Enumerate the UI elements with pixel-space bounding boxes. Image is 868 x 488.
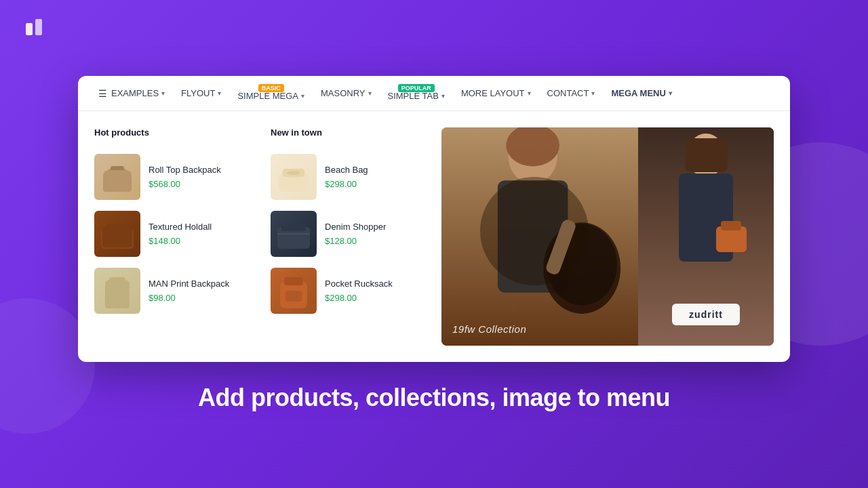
nav-flyout-label: FLYOUT — [181, 88, 215, 98]
product-info: Denim Shopper $128.00 — [325, 222, 386, 246]
list-item[interactable]: MAN Print Backpack $98.00 — [94, 262, 249, 319]
product-info: Beach Bag $298.00 — [325, 165, 368, 189]
nav-item-contact[interactable]: CONTACT ▾ — [540, 84, 602, 102]
nav-simple-tab-label: SIMPLE TAB — [388, 91, 439, 101]
product-price: $568.00 — [149, 179, 221, 189]
logo — [22, 16, 46, 41]
nav-item-simple-tab[interactable]: POPULAR SIMPLE TAB ▾ — [381, 81, 452, 105]
svg-rect-33 — [721, 221, 741, 230]
product-thumb-beachbag — [271, 154, 317, 200]
svg-rect-1 — [35, 19, 42, 35]
chevron-down-icon: ▾ — [669, 89, 672, 97]
headline: Add products, collections, image to menu — [184, 384, 684, 412]
nav-masonry-label: MASONRY — [321, 88, 366, 98]
list-item[interactable]: Roll Top Backpack $568.00 — [94, 148, 249, 205]
product-name: Beach Bag — [325, 165, 368, 176]
product-price: $298.00 — [325, 293, 393, 303]
product-name: Pocket Rucksack — [325, 279, 393, 290]
dropdown-panel: Hot products Roll Top Backpack $568.00 — [78, 111, 790, 362]
svg-rect-0 — [26, 23, 33, 35]
product-name: Denim Shopper — [325, 222, 386, 233]
collection-text: 19fw Collection — [452, 323, 526, 335]
svg-point-15 — [287, 171, 300, 175]
chevron-down-icon: ▾ — [218, 89, 221, 97]
basic-badge: BASIC — [258, 84, 284, 92]
product-name: MAN Print Backpack — [149, 279, 229, 290]
product-name: Roll Top Backpack — [149, 165, 221, 176]
image-panel: 19fw Collection — [441, 127, 774, 346]
new-in-town-col: New in town Beach Bag $298.00 — [271, 127, 425, 346]
nav-contact-label: CONTACT — [547, 88, 589, 98]
chevron-down-icon: ▾ — [591, 89, 595, 97]
nav-item-masonry[interactable]: MASONRY ▾ — [314, 84, 378, 102]
svg-rect-2 — [104, 173, 131, 192]
image-panel-left: 19fw Collection — [441, 127, 638, 346]
list-item[interactable]: Beach Bag $298.00 — [271, 148, 425, 205]
popular-badge: POPULAR — [398, 84, 435, 92]
navbar: ☰ EXAMPLES ▾ FLYOUT ▾ BASIC SIMPLE MEGA … — [78, 76, 790, 111]
product-info: Pocket Rucksack $298.00 — [325, 279, 393, 303]
brand-name: zudritt — [689, 309, 723, 320]
svg-rect-10 — [109, 277, 125, 284]
product-thumb-rollbag — [94, 154, 140, 200]
nav-item-more-layout[interactable]: MORE LAYOUT ▾ — [454, 84, 538, 102]
hot-products-col: Hot products Roll Top Backpack $568.00 — [94, 127, 249, 346]
product-price: $98.00 — [149, 293, 229, 303]
list-item[interactable]: Pocket Rucksack $298.00 — [271, 262, 425, 319]
product-price: $298.00 — [325, 179, 368, 189]
nav-item-mega-menu[interactable]: MEGA MENU ▾ — [604, 84, 678, 102]
hot-products-title: Hot products — [94, 127, 249, 138]
new-in-town-title: New in town — [271, 127, 425, 138]
chevron-down-icon: ▾ — [528, 89, 531, 97]
nav-item-simple-mega[interactable]: BASIC SIMPLE MEGA ▾ — [231, 81, 311, 105]
chevron-down-icon: ▾ — [161, 89, 165, 97]
svg-point-5 — [112, 170, 123, 176]
nav-examples-label: EXAMPLES — [111, 88, 159, 98]
product-name: Textured Holdall — [149, 222, 212, 233]
logo-icon — [22, 16, 46, 41]
product-info: Textured Holdall $148.00 — [149, 222, 212, 246]
product-info: Roll Top Backpack $568.00 — [149, 165, 221, 189]
svg-rect-7 — [106, 224, 128, 231]
svg-rect-9 — [105, 280, 130, 308]
chevron-down-icon: ▾ — [441, 92, 445, 100]
product-thumb-denim — [271, 211, 317, 257]
product-thumb-pocket — [271, 268, 317, 314]
main-card: ☰ EXAMPLES ▾ FLYOUT ▾ BASIC SIMPLE MEGA … — [78, 76, 790, 362]
hamburger-icon: ☰ — [98, 88, 107, 99]
list-item[interactable]: Textured Holdall $148.00 — [94, 205, 249, 262]
svg-point-12 — [115, 280, 120, 285]
image-panel-right: zudritt — [638, 127, 774, 346]
product-price: $128.00 — [325, 236, 386, 246]
nav-more-layout-label: MORE LAYOUT — [461, 88, 525, 98]
brand-card: zudritt — [672, 304, 740, 325]
svg-rect-4 — [111, 166, 124, 171]
product-info: MAN Print Backpack $98.00 — [149, 279, 229, 303]
svg-rect-3 — [108, 169, 127, 177]
svg-rect-17 — [281, 224, 306, 231]
nav-mega-menu-label: MEGA MENU — [611, 88, 665, 98]
nav-item-flyout[interactable]: FLYOUT ▾ — [174, 84, 228, 102]
list-item[interactable]: Denim Shopper $128.00 — [271, 205, 425, 262]
products-section: Hot products Roll Top Backpack $568.00 — [94, 127, 425, 346]
svg-rect-21 — [285, 291, 302, 302]
product-thumb-holdall — [94, 211, 140, 257]
chevron-down-icon: ▾ — [301, 92, 304, 100]
chevron-down-icon: ▾ — [368, 89, 372, 97]
nav-simple-mega-label: SIMPLE MEGA — [237, 91, 298, 101]
svg-rect-20 — [284, 277, 303, 285]
svg-rect-34 — [686, 138, 728, 172]
nav-item-examples[interactable]: ☰ EXAMPLES ▾ — [92, 84, 172, 103]
product-thumb-backpack — [94, 268, 140, 314]
svg-rect-6 — [101, 228, 134, 249]
product-price: $148.00 — [149, 236, 212, 246]
svg-rect-11 — [112, 289, 123, 298]
